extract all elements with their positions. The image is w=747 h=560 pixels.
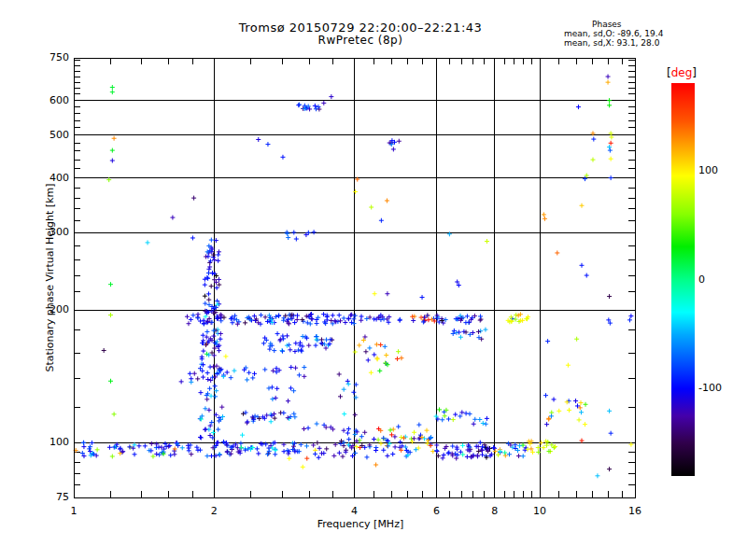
data-point [342, 387, 346, 392]
data-point [450, 444, 455, 449]
data-point [485, 239, 489, 244]
data-point [110, 90, 115, 94]
data-point [372, 352, 376, 357]
data-point [628, 314, 633, 318]
data-point [607, 145, 612, 149]
data-point [217, 277, 221, 282]
data-point [465, 455, 470, 459]
data-point [245, 421, 249, 426]
data-point [416, 423, 421, 427]
data-point [419, 315, 424, 320]
data-point [391, 147, 396, 151]
x-tick-label: 6 [417, 506, 455, 517]
data-point [293, 341, 298, 345]
data-point [346, 382, 351, 386]
data-point [263, 315, 268, 319]
data-point [206, 267, 211, 272]
data-point [170, 216, 175, 220]
data-point [223, 354, 228, 358]
data-point [391, 427, 396, 432]
data-point [189, 452, 193, 456]
data-point [112, 136, 117, 141]
data-point [286, 452, 290, 456]
data-point [273, 416, 277, 421]
data-point [627, 317, 632, 322]
data-point [458, 335, 463, 340]
data-point [468, 412, 472, 416]
data-point [385, 198, 389, 203]
data-point [366, 357, 371, 362]
data-point [246, 419, 250, 424]
data-point [435, 449, 440, 454]
data-point [591, 137, 596, 142]
y-tick-label: 400 [37, 173, 69, 184]
data-point [267, 347, 272, 352]
data-point [287, 456, 291, 461]
data-point [301, 334, 305, 339]
data-point [552, 445, 557, 450]
data-point [207, 386, 212, 391]
data-point [261, 341, 266, 345]
data-point [342, 412, 346, 416]
data-point [273, 452, 277, 456]
data-point [460, 443, 465, 448]
data-point [289, 365, 293, 370]
data-point [306, 231, 311, 235]
data-point [579, 410, 584, 414]
data-point [374, 448, 378, 453]
data-point [163, 441, 168, 446]
data-point [349, 320, 354, 325]
plot-subtitle: RwPretec (8p) [75, 34, 646, 47]
data-point [315, 422, 319, 427]
data-point [378, 441, 383, 446]
y-tick-label: 100 [37, 437, 69, 448]
data-point [484, 422, 488, 427]
data-point [229, 375, 233, 380]
y-tick-label: 600 [37, 95, 69, 106]
data-point [118, 447, 122, 452]
data-point [209, 238, 214, 243]
data-point [216, 427, 220, 432]
data-point [395, 357, 400, 361]
data-point [340, 455, 345, 459]
data-point [321, 101, 326, 105]
data-point [552, 397, 557, 401]
data-point [451, 417, 456, 422]
data-point [481, 421, 486, 426]
data-point [198, 319, 203, 324]
data-point [198, 390, 203, 395]
data-point [420, 295, 425, 300]
data-point [523, 448, 528, 453]
colorbar-unit-text: deg [671, 66, 693, 79]
data-point [398, 317, 402, 322]
data-point [281, 318, 286, 323]
data-point [354, 444, 359, 449]
data-point [388, 427, 393, 432]
data-point [417, 436, 422, 441]
data-point [353, 350, 358, 355]
data-point [595, 473, 599, 478]
data-point [521, 454, 526, 458]
data-point [274, 448, 278, 453]
data-point [180, 445, 185, 450]
data-point [204, 397, 209, 401]
data-point [440, 417, 444, 422]
data-point [324, 446, 329, 451]
data-point [351, 390, 356, 395]
colorbar [671, 83, 695, 476]
phase-stats-x-mode: mean, sd,X: 93.1, 28.0 [564, 38, 723, 48]
data-point [311, 442, 316, 447]
x-tick-label: 1 [55, 506, 92, 517]
x-tick-label: 4 [336, 506, 374, 517]
data-point [205, 371, 210, 375]
data-point [513, 442, 517, 447]
data-point [363, 349, 368, 354]
colorbar-unit-label: [deg] [667, 66, 697, 79]
data-point [204, 427, 208, 431]
data-point [359, 315, 364, 319]
data-point [110, 159, 115, 163]
colorbar-tick-label: 100 [698, 165, 718, 176]
data-point [463, 320, 468, 325]
data-point [217, 348, 221, 353]
data-point [150, 454, 155, 458]
